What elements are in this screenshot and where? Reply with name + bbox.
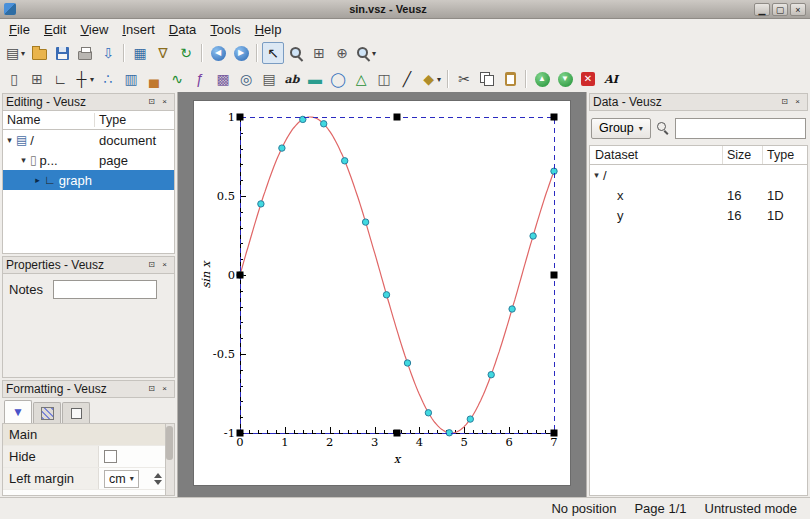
save-document-button[interactable] (51, 42, 73, 64)
dataset-x[interactable]: x 16 1D (590, 185, 807, 205)
selection-handle[interactable] (237, 430, 244, 437)
paste-button[interactable] (499, 68, 521, 90)
selection-handle[interactable] (551, 272, 558, 279)
value-stepper[interactable] (154, 473, 162, 485)
close-panel-button[interactable]: × (158, 96, 171, 109)
selection-handle[interactable] (394, 114, 401, 121)
float-panel-button[interactable]: ⊡ (145, 383, 158, 396)
formatting-row-left-margin[interactable]: Left margin cm▾ (3, 468, 174, 490)
formatting-tab-fill[interactable] (33, 402, 61, 423)
plot-canvas[interactable]: 01234567-1-0.500.51xsin x (178, 92, 586, 497)
rename-button[interactable]: AI (600, 68, 622, 90)
checkbox[interactable] (104, 450, 117, 463)
dataset-root[interactable]: ▾/ (590, 165, 807, 185)
expander-icon[interactable]: ▾ (17, 155, 30, 165)
reload-data-button[interactable]: ↻ (175, 42, 197, 64)
dataset-y[interactable]: y 16 1D (590, 205, 807, 225)
expander-icon[interactable]: ▾ (590, 170, 603, 180)
zoom-axes-button[interactable]: ⊞ (308, 42, 330, 64)
insert-colorbar-button[interactable]: ▬ (304, 68, 326, 90)
edit-data-button[interactable]: ▦ (129, 42, 151, 64)
menu-tools[interactable]: Tools (203, 20, 247, 39)
formatting-tab-main[interactable]: ▼ (4, 400, 32, 423)
previous-page-button[interactable]: ◀ (207, 42, 229, 64)
formatting-row-hide[interactable]: Hide (3, 446, 174, 468)
float-panel-button[interactable]: ⊡ (778, 96, 791, 109)
insert-key-button[interactable]: ▤ (258, 68, 280, 90)
next-page-button[interactable]: ▶ (230, 42, 252, 64)
insert-contour-button[interactable]: ◎ (235, 68, 257, 90)
tree-item-document[interactable]: ▾▤/ document (3, 130, 174, 150)
insert-xy-button[interactable]: ∴ (97, 68, 119, 90)
insert-label-button[interactable]: ab (281, 68, 303, 90)
insert-function-button[interactable]: ƒ (189, 68, 211, 90)
insert-shape-button[interactable]: ◆▾ (419, 68, 443, 90)
move-up-button[interactable]: ▲ (531, 68, 553, 90)
formatting-row-main[interactable]: Main (3, 424, 174, 446)
float-panel-button[interactable]: ⊡ (145, 96, 158, 109)
insert-bar-button[interactable]: ▥ (120, 68, 142, 90)
select-items-button[interactable]: ↖ (262, 42, 284, 64)
formatting-scrollbar[interactable] (165, 424, 174, 495)
close-panel-button[interactable]: × (791, 96, 804, 109)
minimize-button[interactable]: ▁ (754, 3, 770, 16)
delete-button[interactable]: ✕ (577, 68, 599, 90)
recenter-graph-button[interactable]: ⊕ (331, 42, 353, 64)
copy-button[interactable] (476, 68, 498, 90)
menu-help[interactable]: Help (248, 20, 289, 39)
unit-select[interactable]: cm▾ (104, 470, 139, 488)
toolbar-icon: ▤ (262, 71, 277, 87)
insert-axis-button[interactable]: ┼▾ (72, 68, 96, 90)
tree-item-page[interactable]: ▾▯p... page (3, 150, 174, 170)
insert-page-button[interactable]: ▯ (3, 68, 25, 90)
float-panel-button[interactable]: ⊡ (145, 259, 158, 272)
cut-button[interactable]: ✂ (453, 68, 475, 90)
insert-image-button[interactable]: ▩ (212, 68, 234, 90)
zoom-graph-button[interactable] (285, 42, 307, 64)
formatting-tab-border[interactable] (62, 402, 90, 423)
insert-graph-button[interactable]: ∟ (49, 68, 71, 90)
tree-item-graph[interactable]: ▸∟graph (3, 170, 174, 190)
scrollbar-thumb[interactable] (166, 426, 173, 460)
notes-input[interactable] (53, 280, 157, 299)
close-button[interactable]: × (790, 3, 806, 16)
data-point (404, 360, 410, 366)
close-panel-button[interactable]: × (158, 259, 171, 272)
new-document-button[interactable]: ▤▾ (3, 42, 27, 64)
page[interactable]: 01234567-1-0.500.51xsin x (194, 101, 570, 485)
dataset-search-input[interactable] (675, 118, 806, 139)
group-button[interactable]: Group▾ (591, 118, 651, 139)
menu-insert[interactable]: Insert (115, 20, 162, 39)
expander-icon[interactable]: ▾ (3, 135, 16, 145)
insert-polar-button[interactable]: ◯ (327, 68, 349, 90)
insert-line-button[interactable]: ╱ (396, 68, 418, 90)
selection-handle[interactable] (394, 430, 401, 437)
maximize-button[interactable]: ▢ (772, 3, 788, 16)
insert-histogram-button[interactable]: ▄ (143, 68, 165, 90)
insert-fit-button[interactable]: ∿ (166, 68, 188, 90)
close-panel-button[interactable]: × (158, 383, 171, 396)
selection-handle[interactable] (551, 430, 558, 437)
menu-file[interactable]: File (2, 20, 37, 39)
data-point (258, 201, 264, 207)
widget-tree[interactable]: ▾▤/ document ▾▯p... page ▸∟graph (2, 130, 175, 254)
filter-data-button[interactable]: ∇ (152, 42, 174, 64)
zoom-menu-button[interactable]: ▾ (354, 42, 378, 64)
expander-icon[interactable]: ▸ (31, 175, 44, 185)
insert-3d-button[interactable]: ◫ (373, 68, 395, 90)
insert-grid-button[interactable]: ⊞ (26, 68, 48, 90)
insert-ternary-button[interactable]: △ (350, 68, 372, 90)
selection-handle[interactable] (237, 114, 244, 121)
menu-data[interactable]: Data (162, 20, 203, 39)
dataset-table[interactable]: ▾/ x 16 1D y 16 1D (589, 165, 808, 496)
selection-handle[interactable] (237, 272, 244, 279)
print-button[interactable] (74, 42, 96, 64)
plot-svg[interactable]: 01234567-1-0.500.51xsin x (194, 101, 570, 485)
open-document-button[interactable] (28, 42, 50, 64)
selection-handle[interactable] (551, 114, 558, 121)
move-down-button[interactable]: ▼ (554, 68, 576, 90)
export-button[interactable]: ⇩ (97, 42, 119, 64)
menu-edit[interactable]: Edit (37, 20, 73, 39)
toolbar-icon: ▩ (216, 71, 231, 87)
menu-view[interactable]: View (73, 20, 115, 39)
